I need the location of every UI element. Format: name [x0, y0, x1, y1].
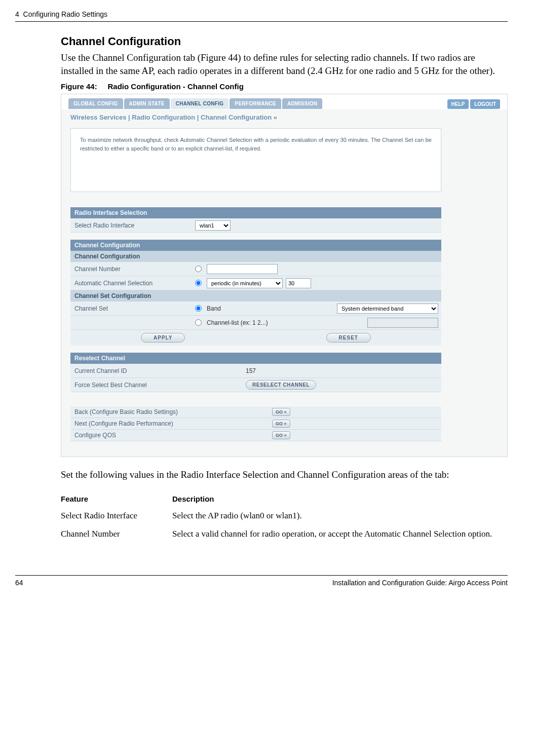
nav-panel: Back (Configure Basic Radio Settings) GO…: [70, 406, 441, 441]
channel-number-label: Channel Number: [70, 263, 192, 275]
tab-admission[interactable]: ADMISSION: [282, 98, 322, 109]
table-row: Select Radio Interface Select the AP rad…: [61, 508, 508, 526]
tab-bar: GLOBAL CONFIG ADMIN STATE CHANNEL CONFIG…: [61, 94, 507, 109]
nav-qos-go-button[interactable]: GO »: [272, 431, 290, 439]
feature-name: Select Radio Interface: [61, 508, 172, 526]
channel-list-radio[interactable]: [195, 319, 202, 326]
current-channel-id-label: Current Channel ID: [70, 365, 243, 376]
apply-button[interactable]: APPLY: [141, 333, 185, 343]
tab-performance[interactable]: PERFORMANCE: [230, 98, 281, 109]
table-header-feature: Feature: [61, 492, 172, 508]
page-header: 4 Configuring Radio Settings: [15, 10, 508, 22]
nav-back-label: Back (Configure Basic Radio Settings): [74, 408, 272, 415]
breadcrumb: Wireless Services | Radio Configuration …: [61, 109, 507, 128]
screenshot-panel: GLOBAL CONFIG ADMIN STATE CHANNEL CONFIG…: [61, 94, 508, 457]
chapter-title: Configuring Radio Settings: [23, 10, 108, 18]
select-radio-interface-label: Select Radio Interface: [70, 220, 192, 231]
channel-list-label: Channel-list (ex: 1 2...): [207, 319, 268, 326]
after-paragraph: Set the following values in the Radio In…: [61, 468, 508, 481]
auto-channel-selection-label: Automatic Channel Selection: [70, 278, 192, 289]
chapter-number: 4: [15, 10, 19, 18]
table-header-description: Description: [172, 492, 508, 508]
page-footer: 64 Installation and Configuration Guide:…: [15, 575, 508, 587]
tab-channel-config[interactable]: CHANNEL CONFIG: [171, 98, 229, 109]
auto-channel-radio[interactable]: [195, 280, 202, 286]
channel-number-radio[interactable]: [195, 266, 202, 272]
band-dropdown[interactable]: System determined band: [337, 304, 438, 314]
select-radio-interface-dropdown[interactable]: wlan1: [195, 220, 231, 231]
nav-next-go-button[interactable]: GO »: [272, 420, 290, 428]
table-row: Channel Number Select a valid channel fo…: [61, 526, 508, 545]
channel-set-config-sub: Channel Set Configuration: [70, 290, 441, 301]
force-select-best-channel-label: Force Select Best Channel: [70, 380, 243, 391]
reselect-channel-title: Reselect Channel: [70, 353, 441, 364]
channel-list-input[interactable]: [367, 318, 438, 328]
band-label: Band: [207, 305, 221, 312]
feature-table: Feature Description Select Radio Interfa…: [61, 492, 508, 545]
auto-channel-minutes-input[interactable]: [286, 278, 311, 288]
page-number: 64: [15, 579, 23, 587]
tab-global-config[interactable]: GLOBAL CONFIG: [68, 98, 123, 109]
footer-title: Installation and Configuration Guide: Ai…: [332, 579, 508, 587]
section-heading: Channel Configuration: [61, 35, 508, 48]
intro-paragraph: Use the Channel Configuration tab (Figur…: [61, 51, 508, 77]
auto-channel-mode-dropdown[interactable]: periodic (in minutes): [207, 278, 283, 288]
logout-button[interactable]: LOGOUT: [470, 99, 500, 109]
reset-button[interactable]: RESET: [326, 333, 371, 343]
channel-set-label: Channel Set: [70, 303, 192, 314]
radio-interface-panel: Radio Interface Selection Select Radio I…: [70, 207, 441, 233]
reselect-channel-panel: Reselect Channel Current Channel ID 157 …: [70, 353, 441, 392]
tab-admin-state[interactable]: ADMIN STATE: [124, 98, 170, 109]
current-channel-id-value: 157: [243, 366, 441, 375]
info-box: To maximize network throughput, check Au…: [70, 128, 441, 192]
nav-qos-label: Configure QOS: [74, 432, 272, 439]
channel-config-sub: Channel Configuration: [70, 251, 441, 262]
help-button[interactable]: HELP: [447, 99, 469, 109]
reselect-channel-button[interactable]: RESELECT CHANNEL: [246, 380, 316, 390]
feature-description: Select the AP radio (wlan0 or wlan1).: [172, 508, 508, 526]
figure-number: Figure 44:: [61, 82, 97, 91]
channel-config-title: Channel Configuration: [70, 240, 441, 251]
channel-set-band-radio[interactable]: [195, 305, 202, 312]
nav-back-go-button[interactable]: GO »: [272, 408, 290, 416]
feature-description: Select a valid channel for radio operati…: [172, 526, 508, 545]
radio-interface-title: Radio Interface Selection: [70, 207, 441, 218]
figure-title: Radio Configuration - Channel Config: [108, 82, 244, 91]
chapter-label: 4 Configuring Radio Settings: [15, 10, 107, 18]
nav-next-label: Next (Configure Radio Performance): [74, 420, 272, 427]
channel-number-input[interactable]: [207, 264, 278, 274]
channel-config-panel: Channel Configuration Channel Configurat…: [70, 240, 441, 346]
figure-caption: Figure 44: Radio Configuration - Channel…: [61, 82, 508, 91]
feature-name: Channel Number: [61, 526, 172, 545]
